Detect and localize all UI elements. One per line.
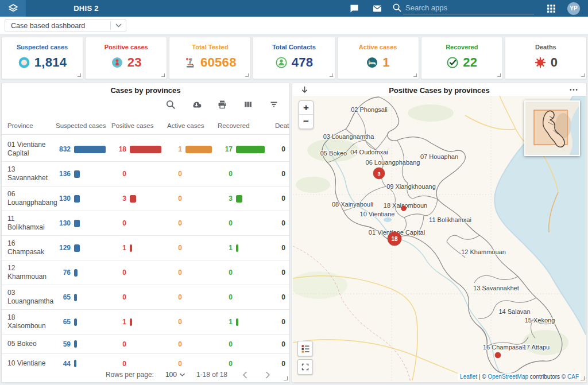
case-marker[interactable]: 3 <box>373 168 385 179</box>
active-value: 0 <box>167 269 182 277</box>
recovered-value: 1 <box>218 244 233 252</box>
previous-page-button[interactable] <box>239 369 250 380</box>
table-body: 01 Vientiane Capital83218117013 Savannak… <box>2 137 290 367</box>
suspected-value: 130 <box>56 219 71 227</box>
col-header-deaths[interactable]: Deaths <box>265 122 290 129</box>
contact-person-icon <box>275 56 288 69</box>
positive-cell: 0 <box>106 340 161 348</box>
leaflet-link[interactable]: Leaflet <box>460 374 477 380</box>
dashboard-selector[interactable]: Case based dashboard <box>5 19 126 32</box>
card-total-tested: Total Tested 60568 <box>169 37 251 79</box>
suspected-bar <box>74 170 80 178</box>
active-cell: 0 <box>161 318 212 326</box>
layers-icon <box>7 2 20 15</box>
province-label: 02 Phongsali <box>351 106 388 113</box>
province-label: 09 Xiangkhouang <box>386 183 436 190</box>
card-active-cases: Active cases 1 <box>337 37 419 79</box>
recovered-cell: 3 <box>212 195 265 203</box>
positive-value: 18 <box>111 145 126 153</box>
fullscreen-icon <box>301 363 310 371</box>
card-resize-handle[interactable] <box>161 73 165 77</box>
col-header-recovered[interactable]: Recovered <box>212 122 265 129</box>
active-cell: 1 <box>161 145 212 153</box>
province-label: 14 Salavan <box>498 308 530 315</box>
card-value: 0 <box>551 55 558 70</box>
card-resize-handle[interactable] <box>413 73 417 77</box>
col-header-positive[interactable]: Positive cases <box>106 122 161 129</box>
map-legend-button[interactable] <box>297 341 313 356</box>
suspected-cell: 832 <box>50 145 106 153</box>
print-icon[interactable] <box>217 99 227 110</box>
search-input[interactable] <box>403 2 534 14</box>
cases-table-panel: Cases by provinces Province Suspe <box>1 83 290 383</box>
deaths-value: 0 <box>265 318 290 326</box>
province-cell: 12 Khammouan <box>2 260 50 285</box>
col-header-province[interactable]: Province <box>2 122 50 129</box>
search-icon[interactable] <box>165 99 176 110</box>
positive-bar <box>130 146 161 153</box>
card-positive-cases: Positive cases 23 <box>85 37 167 79</box>
card-resize-handle[interactable] <box>245 73 249 77</box>
microscope-icon <box>184 56 196 69</box>
suspected-cell: 136 <box>50 170 106 178</box>
card-resize-handle[interactable] <box>497 73 501 77</box>
zoom-in-button[interactable]: + <box>299 101 313 115</box>
suspected-bar <box>74 269 78 277</box>
card-title: Deaths <box>505 44 586 50</box>
card-resize-handle[interactable] <box>581 73 585 77</box>
deaths-value: 0 <box>265 219 290 227</box>
filter-icon[interactable] <box>269 99 279 110</box>
messages-icon[interactable] <box>349 3 359 14</box>
user-avatar[interactable]: YP <box>567 2 580 15</box>
active-cell: 0 <box>161 244 212 252</box>
mail-icon[interactable] <box>372 3 382 14</box>
case-marker[interactable] <box>495 352 501 358</box>
col-header-suspected[interactable]: Suspected cases <box>50 122 106 129</box>
card-total-contacts: Total Contacts 478 <box>253 37 335 79</box>
positive-bar <box>130 244 132 252</box>
legend-list-icon <box>301 344 310 353</box>
more-options-icon[interactable] <box>568 85 579 95</box>
suspected-bar <box>74 220 80 227</box>
columns-icon[interactable] <box>243 99 253 110</box>
case-marker[interactable] <box>401 206 407 211</box>
col-header-active[interactable]: Active cases <box>161 122 212 129</box>
openstreetmap-link[interactable]: OpenStreetMap <box>488 374 528 380</box>
recovered-bar <box>236 244 238 252</box>
suspected-cell: 65 <box>50 293 106 301</box>
select-caret-icon <box>180 373 185 376</box>
next-page-button[interactable] <box>262 369 273 380</box>
suspected-cell: 130 <box>50 195 106 203</box>
download-cloud-icon[interactable] <box>191 99 202 110</box>
positive-cell: 1 <box>106 318 161 326</box>
recovered-value: 1 <box>218 318 233 326</box>
panel-resize-handle[interactable] <box>581 376 585 380</box>
case-marker[interactable]: 18 <box>388 232 401 246</box>
chevron-down-icon[interactable] <box>111 24 126 28</box>
table-toolbar <box>165 99 279 110</box>
recovered-value: 0 <box>218 219 233 227</box>
map-fullscreen-button[interactable] <box>297 359 313 375</box>
suspected-cell: 44 <box>50 360 106 368</box>
suspected-bar <box>74 294 77 301</box>
card-title: Positive cases <box>86 44 167 50</box>
province-cell: 06 Louangphabang <box>2 186 50 211</box>
recovered-cell: 1 <box>212 244 265 252</box>
panel-resize-handle[interactable] <box>284 376 288 380</box>
apps-grid-icon[interactable] <box>546 3 556 14</box>
download-arrow-icon[interactable] <box>300 85 310 95</box>
map-inset-overview[interactable] <box>524 100 580 156</box>
card-value: 1,814 <box>34 55 67 70</box>
leaflet-map[interactable]: 02 Phongsali03 Louangnamtha05 Bokeo04 Ou… <box>293 96 586 382</box>
zoom-out-button[interactable]: − <box>299 115 313 129</box>
card-resize-handle[interactable] <box>78 73 81 77</box>
positive-bar <box>130 195 136 203</box>
caf-link[interactable]: CAF <box>567 374 579 380</box>
map-panel: Positive Cases by provinces <box>292 83 587 383</box>
search-icon[interactable] <box>392 3 402 13</box>
rows-per-page-select[interactable]: 100 <box>165 371 185 379</box>
dhis2-dashboard-page: { "topbar": { "app_title": "DHIS 2", "se… <box>0 0 588 385</box>
active-cell: 0 <box>161 340 212 348</box>
dhis2-logo[interactable] <box>0 0 26 17</box>
card-resize-handle[interactable] <box>330 73 333 77</box>
